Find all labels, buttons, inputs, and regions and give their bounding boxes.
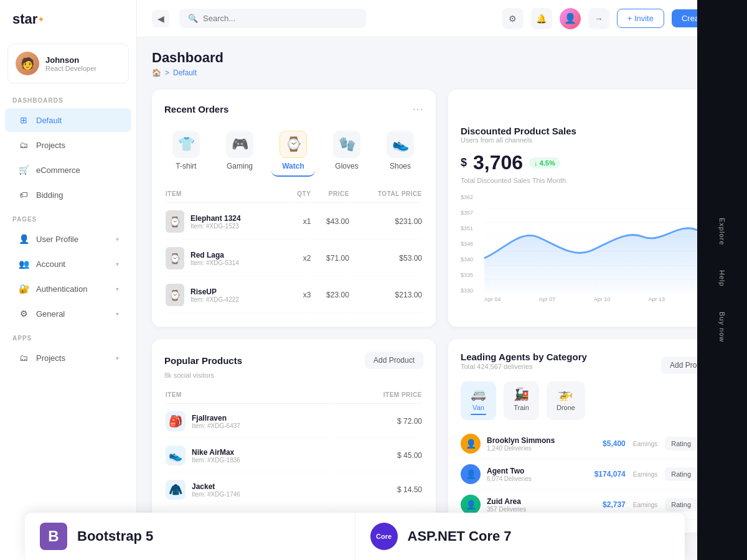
item-id: Item: #XDG-1523 — [190, 223, 241, 230]
sidebar-item-projects-app[interactable]: 🗂 Projects ▾ — [5, 346, 131, 370]
user-name: Johnson — [45, 55, 96, 65]
rating-button[interactable]: Rating — [665, 467, 697, 481]
agent-info: 👤 Zuid Area 357 Deliveries — [461, 495, 526, 515]
popular-header: Popular Products Add Product — [164, 352, 423, 369]
sidebar-item-user-profile[interactable]: 👤 User Profile ▾ — [5, 227, 131, 251]
user-info: Johnson React Developer — [45, 55, 96, 72]
promo-aspnet[interactable]: Core ASP.NET Core 7 — [355, 513, 685, 560]
chart-y-label: $330 — [461, 287, 473, 294]
agent-tabs: 🚐 Van 🚂 Train 🚁 Drone — [461, 381, 720, 420]
sidebar-item-general[interactable]: ⚙ General ▾ — [5, 302, 131, 325]
dark-side-panel: Explore Help Buy now — [697, 0, 747, 560]
card-header: ⋯ — [461, 102, 720, 116]
chevron-down-icon: ▾ — [116, 286, 119, 292]
product-id: Item: #XDG-1746 — [192, 491, 240, 498]
item-image: ⌚ — [166, 210, 184, 233]
agent-info: 👤 Brooklyn Simmons 1,240 Deliveries — [461, 434, 555, 454]
product-id: Item: #XDG-6437 — [192, 422, 240, 429]
col-qty: QTY — [289, 188, 311, 203]
tab-van[interactable]: 🚐 Van — [461, 381, 496, 420]
item-name: Red Laga — [190, 251, 239, 259]
product-price: $ 14.50 — [335, 474, 422, 506]
sidebar-item-authentication[interactable]: 🔐 Authentication ▾ — [5, 277, 131, 301]
tab-tshirt[interactable]: 👕 T-shirt — [164, 126, 208, 177]
sidebar-item-projects[interactable]: 🗂 Projects — [5, 133, 131, 157]
tshirt-icon: 👕 — [172, 131, 200, 158]
sidebar-collapse-button[interactable]: ◀ — [152, 10, 169, 27]
agent-avatar: 👤 — [461, 464, 481, 484]
tab-watch[interactable]: ⌚ Watch — [271, 126, 315, 177]
sidebar-item-label: Authentication — [36, 284, 110, 294]
discounted-sales-card: ⋯ Discounted Product Sales Users from al… — [448, 90, 732, 327]
user-card[interactable]: 🧑 Johnson React Developer — [7, 44, 129, 83]
chevron-down-icon: ▾ — [116, 310, 119, 317]
item-total: $213.00 — [350, 278, 422, 313]
popular-title: Popular Products — [164, 355, 242, 366]
topbar-avatar[interactable]: 👤 — [560, 8, 581, 29]
tab-gloves[interactable]: 🧤 Gloves — [325, 126, 369, 177]
more-options-icon[interactable]: ⋯ — [412, 102, 423, 116]
promo-overlay: B Bootstrap 5 Core ASP.NET Core 7 — [25, 513, 685, 560]
item-name: Elephant 1324 — [190, 214, 241, 223]
item-total: $53.00 — [350, 241, 422, 276]
product-name: Fjallraven — [192, 414, 240, 422]
col-item: ITEM — [166, 389, 334, 404]
agents-header-left: Leading Agents by Category Total 424,567… — [461, 352, 587, 379]
table-row: ⌚ Elephant 1324 Item: #XDG-1523 x1 $43.0… — [166, 204, 422, 240]
currency-symbol: $ — [461, 156, 467, 169]
tab-drone-label: Drone — [557, 404, 575, 411]
chart-y-label: $357 — [461, 210, 473, 216]
item-cell: ⌚ Red Laga Item: #XDG-5314 — [166, 241, 288, 276]
page-header-left: Dashboard 🏠 > Default — [152, 50, 223, 77]
search-input[interactable] — [203, 14, 357, 23]
chevron-down-icon: ▾ — [116, 261, 119, 268]
agents-subtitle: Total 424,567 deliveries — [461, 363, 587, 370]
item-price: $43.00 — [312, 204, 349, 240]
page-header: Dashboard 🏠 > Default — [152, 50, 732, 77]
product-price: $ 45.00 — [335, 439, 422, 472]
promo-bootstrap[interactable]: B Bootstrap 5 — [25, 513, 355, 560]
sidebar-item-account[interactable]: 👥 Account ▾ — [5, 252, 131, 276]
topbar: ◀ 🔍 ⚙ 🔔 👤 → + Invite Create App — [137, 0, 747, 37]
earnings-label: Earnings — [633, 441, 657, 447]
recent-orders-card: Recent Orders ⋯ 👕 T-shirt 🎮 Gaming ⌚ — [152, 90, 436, 327]
tab-gaming[interactable]: 🎮 Gaming — [218, 126, 261, 177]
sidebar-item-ecommerce[interactable]: 🛒 eCommerce — [5, 158, 131, 182]
item-cell: ⌚ Elephant 1324 Item: #XDG-1523 — [166, 204, 288, 240]
tab-underline — [514, 414, 529, 415]
explore-text[interactable]: Explore — [716, 213, 728, 250]
add-product-button[interactable]: Add Product — [365, 352, 423, 369]
line-chart-svg — [484, 194, 720, 294]
recent-orders-title: Recent Orders — [164, 104, 228, 114]
sidebar-item-default[interactable]: ⊞ Default — [5, 108, 131, 132]
sales-description: Total Discounted Sales This Month — [461, 177, 720, 184]
tab-train[interactable]: 🚂 Train — [504, 381, 539, 420]
settings-button[interactable]: ⚙ — [502, 8, 524, 29]
invite-button[interactable]: + Invite — [617, 9, 664, 28]
main-area: ◀ 🔍 ⚙ 🔔 👤 → + Invite Create App Dashboar… — [137, 0, 747, 560]
train-icon: 🚂 — [514, 386, 529, 401]
rating-button[interactable]: Rating — [665, 437, 697, 450]
logo-star: ✦ — [37, 14, 45, 24]
help-text[interactable]: Help — [716, 265, 728, 292]
chart-x-label: Apr 04 — [484, 296, 501, 302]
notification-button[interactable]: 🔔 — [531, 8, 552, 29]
tab-shoes[interactable]: 👟 Shoes — [378, 126, 422, 177]
product-tabs: 👕 T-shirt 🎮 Gaming ⌚ Watch 🧤 Gloves — [164, 126, 423, 177]
product-image: 🎒 — [166, 411, 186, 431]
buynow-text[interactable]: Buy now — [716, 307, 728, 347]
tab-van-label: Van — [472, 404, 484, 411]
item-qty: x3 — [289, 278, 311, 313]
arrow-button[interactable]: → — [588, 8, 609, 29]
product-name: Jacket — [192, 482, 240, 491]
table-row: 🧥 Jacket Item: #XDG-1746 $ 14.50 — [166, 474, 422, 506]
rating-button[interactable]: Rating — [665, 498, 697, 511]
item-id: Item: #XDG-5314 — [190, 259, 239, 266]
item-qty: x1 — [289, 204, 311, 240]
logo-text: star — [12, 11, 37, 27]
tab-drone[interactable]: 🚁 Drone — [547, 381, 585, 420]
breadcrumb-current: Default — [173, 68, 197, 77]
home-icon[interactable]: 🏠 — [152, 68, 161, 77]
sidebar-item-bidding[interactable]: 🏷 Bidding — [5, 183, 131, 207]
agent-name: Agent Two — [487, 467, 532, 475]
